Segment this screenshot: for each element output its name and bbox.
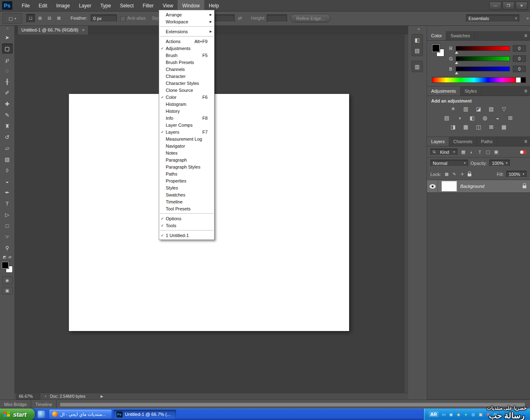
black-white-adjustment-icon[interactable]: ◧: [468, 114, 477, 121]
spectrum-gradient[interactable]: [432, 78, 516, 82]
swap-width-height-icon[interactable]: ⇄: [238, 15, 242, 21]
zoom-tool[interactable]: ⚲: [2, 243, 13, 253]
white-swatch[interactable]: [516, 78, 521, 82]
channel-value-field[interactable]: 0: [513, 66, 526, 72]
selective-color-adjustment-icon[interactable]: ⊠: [487, 123, 496, 130]
menubar-edit[interactable]: Edit: [34, 0, 52, 11]
taskbar-button-photoshop[interactable]: Ps Untitled-1 @ 66.7% (...: [114, 410, 176, 419]
tray-keyboard-icon[interactable]: ▭: [441, 412, 446, 417]
tab-adjustments[interactable]: Adjustments: [427, 87, 461, 96]
window-menu-item[interactable]: Info F8: [159, 114, 214, 121]
channel-value-field[interactable]: 0: [513, 45, 526, 52]
add-to-selection-button[interactable]: ⊞: [36, 14, 44, 22]
type-tool[interactable]: T: [2, 199, 13, 209]
collapsed-panel-history-icon[interactable]: ◧: [412, 34, 423, 45]
slider-marker[interactable]: [455, 62, 458, 64]
menubar-layer[interactable]: Layer: [74, 0, 96, 11]
quick-mask-button[interactable]: ◉: [2, 276, 13, 284]
expand-panels-icon[interactable]: «: [418, 27, 419, 31]
document-tab[interactable]: Untitled-1 @ 66.7% (RGB/8) ×: [17, 25, 89, 34]
background-layer-row[interactable]: Background: [427, 180, 530, 193]
window-menu-item[interactable]: Channels: [159, 66, 214, 73]
filter-smart-objects-icon[interactable]: ▣: [493, 149, 500, 155]
blend-mode-dropdown[interactable]: Normal ▾: [430, 160, 468, 167]
tool-preset-picker[interactable]: ▢ ▾: [2, 13, 22, 24]
window-menu-item[interactable]: Paragraph: [159, 156, 214, 163]
window-menu-item[interactable]: Notes: [159, 149, 214, 156]
window-menu-item[interactable]: Arrange ▶: [159, 11, 214, 18]
hand-tool[interactable]: ☞: [2, 232, 13, 242]
width-input[interactable]: [215, 14, 235, 22]
spot-healing-brush-tool[interactable]: ✚: [2, 99, 13, 109]
channel-slider-track[interactable]: [456, 66, 510, 71]
tab-mini-bridge[interactable]: Mini Bridge: [0, 400, 31, 409]
layer-thumbnail[interactable]: [441, 181, 457, 192]
collapsed-panel-properties-icon[interactable]: ▤: [412, 45, 423, 56]
minimize-button[interactable]: —: [489, 2, 501, 10]
window-menu-item[interactable]: Brush F5: [159, 52, 214, 59]
menubar-view[interactable]: View: [158, 0, 178, 11]
zoom-level-field[interactable]: 66.67%: [16, 394, 40, 399]
curves-adjustment-icon[interactable]: ◪: [474, 105, 483, 112]
lock-transparent-pixels-icon[interactable]: ▩: [443, 171, 450, 177]
window-menu-item[interactable]: Extensions ▶: [159, 28, 214, 35]
window-menu-item[interactable]: ✓ 1 Untitled-1: [159, 232, 214, 239]
close-button[interactable]: ✕: [516, 2, 528, 10]
window-menu-item[interactable]: Paths: [159, 170, 214, 177]
window-menu-item[interactable]: Paragraph Styles: [159, 163, 214, 170]
tab-timeline[interactable]: Timeline: [31, 400, 57, 409]
window-menu-item[interactable]: ✓ Adjustments: [159, 45, 214, 52]
tray-network-icon[interactable]: ◉: [448, 412, 454, 417]
exposure-adjustment-icon[interactable]: ▧: [487, 105, 496, 112]
collapse-panels-icon[interactable]: »: [526, 16, 528, 21]
window-menu-item[interactable]: [159, 229, 214, 232]
tray-update-icon[interactable]: ▣: [478, 412, 483, 417]
new-selection-button[interactable]: □: [26, 14, 35, 22]
path-selection-tool[interactable]: ▷: [2, 210, 13, 220]
brightness-contrast-adjustment-icon[interactable]: ☀: [449, 105, 458, 112]
kind-filter-dropdown[interactable]: ⚲ Kind ▾: [430, 148, 457, 155]
window-menu-item[interactable]: Navigator: [159, 142, 214, 149]
foreground-color-swatch[interactable]: [2, 262, 9, 269]
threshold-adjustment-icon[interactable]: ◫: [474, 123, 483, 130]
history-brush-tool[interactable]: ↺: [2, 132, 13, 142]
channel-value-field[interactable]: 0: [513, 55, 526, 62]
fill-dropdown[interactable]: 100% ▾: [506, 171, 527, 178]
window-menu-item[interactable]: ✓ Layers F7: [159, 128, 214, 135]
posterize-adjustment-icon[interactable]: ▦: [461, 123, 471, 130]
menubar-image[interactable]: Image: [52, 0, 74, 11]
tab-close-icon[interactable]: ×: [82, 27, 85, 32]
window-menu-item[interactable]: ✓ Options: [159, 215, 214, 222]
channel-slider-track[interactable]: [456, 46, 510, 51]
window-menu-item[interactable]: [159, 25, 214, 28]
black-swatch[interactable]: [521, 78, 525, 82]
eraser-tool[interactable]: ▱: [2, 143, 13, 153]
menubar-filter[interactable]: Filter: [138, 0, 158, 11]
menubar-help[interactable]: Help: [204, 0, 224, 11]
window-menu-item[interactable]: History: [159, 107, 214, 114]
window-menu-item[interactable]: Tool Presets: [159, 205, 214, 212]
anti-alias-checkbox[interactable]: [120, 16, 126, 21]
vertical-scrollbar[interactable]: [404, 34, 408, 393]
channel-mixer-adjustment-icon[interactable]: ◒: [493, 114, 502, 121]
eyedropper-tool[interactable]: ✐: [2, 88, 13, 98]
window-menu-item[interactable]: Properties: [159, 177, 214, 184]
tab-paths[interactable]: Paths: [477, 137, 497, 146]
brush-tool[interactable]: ✎: [2, 110, 13, 120]
opacity-dropdown[interactable]: 100% ▾: [489, 160, 510, 167]
restore-button[interactable]: ❐: [503, 2, 514, 10]
lasso-tool[interactable]: ℘: [2, 55, 13, 65]
tab-color[interactable]: Color: [427, 31, 446, 40]
status-menu-icon[interactable]: ◔: [44, 394, 46, 399]
lock-image-pixels-icon[interactable]: ✎: [451, 171, 457, 177]
levels-adjustment-icon[interactable]: ▥: [461, 105, 471, 112]
color-balance-adjustment-icon[interactable]: ◑: [455, 114, 464, 121]
gradient-map-adjustment-icon[interactable]: ▩: [500, 123, 509, 130]
tab-layers[interactable]: Layers: [427, 137, 449, 146]
menubar-file[interactable]: File: [17, 0, 34, 11]
lock-all-icon[interactable]: [468, 171, 471, 177]
window-menu-item[interactable]: [159, 212, 214, 215]
window-menu-item[interactable]: Actions Alt+F9: [159, 38, 214, 45]
tray-messenger-icon[interactable]: ◍: [471, 412, 476, 417]
clone-stamp-tool[interactable]: ♜: [2, 121, 13, 131]
